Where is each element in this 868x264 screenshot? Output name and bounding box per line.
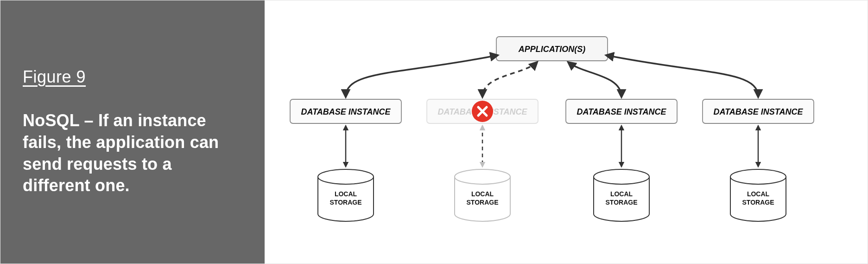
db-instance-1-label: DATABASE INSTANCE xyxy=(301,107,391,116)
connector-app-db2 xyxy=(482,62,537,97)
db-instance-1: DATABASE INSTANCE xyxy=(290,99,401,123)
svg-point-6 xyxy=(318,169,374,184)
figure-description: NoSQL – If an instance fails, the applic… xyxy=(23,110,242,197)
db-instance-3-label: DATABASE INSTANCE xyxy=(577,107,667,116)
storage-3-label-line2: STORAGE xyxy=(606,199,638,206)
connector-app-db3 xyxy=(568,62,621,97)
storage-1: LOCAL STORAGE xyxy=(318,169,374,221)
db-instance-4: DATABASE INSTANCE xyxy=(703,99,814,123)
figure-container: Figure 9 NoSQL – If an instance fails, t… xyxy=(0,0,868,264)
storage-2-label-line2: STORAGE xyxy=(467,199,499,206)
db-instance-3: DATABASE INSTANCE xyxy=(566,99,677,123)
connector-app-db4 xyxy=(606,55,758,97)
storage-1-label-line2: STORAGE xyxy=(330,199,362,206)
db-instance-4-label: DATABASE INSTANCE xyxy=(714,107,804,116)
storage-4: LOCAL STORAGE xyxy=(730,169,786,221)
connector-app-db1 xyxy=(346,55,498,97)
svg-point-7 xyxy=(455,169,510,184)
storage-3-label-line1: LOCAL xyxy=(610,190,633,198)
storage-4-label-line1: LOCAL xyxy=(747,190,770,198)
application-label: APPLICATION(S) xyxy=(518,45,586,54)
storage-1-label-line1: LOCAL xyxy=(335,190,357,198)
storage-4-label-line2: STORAGE xyxy=(742,199,774,206)
svg-point-8 xyxy=(594,169,649,184)
storage-3: LOCAL STORAGE xyxy=(594,169,649,221)
svg-point-9 xyxy=(730,169,786,184)
error-icon xyxy=(472,101,493,122)
figure-label: Figure 9 xyxy=(23,67,242,87)
application-node: APPLICATION(S) xyxy=(496,37,608,61)
caption-panel: Figure 9 NoSQL – If an instance fails, t… xyxy=(0,0,265,264)
storage-2: LOCAL STORAGE xyxy=(455,169,510,221)
storage-2-label-line1: LOCAL xyxy=(471,190,494,198)
diagram-panel: APPLICATION(S) DATABASE INSTANCE DATABAS… xyxy=(265,0,868,264)
db-instance-2: DATABASE INSTANCE xyxy=(427,99,538,123)
diagram-svg: APPLICATION(S) DATABASE INSTANCE DATABAS… xyxy=(265,0,868,264)
